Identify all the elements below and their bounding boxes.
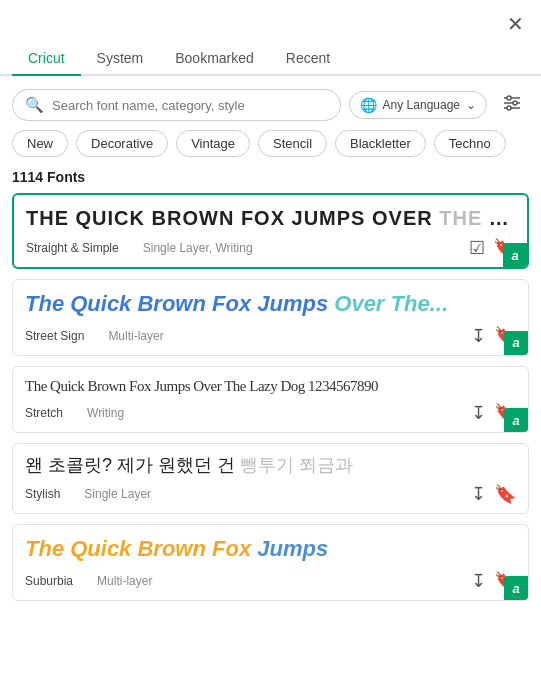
font-name-2: Street Sign <box>25 329 84 343</box>
font-preview-2: The Quick Brown Fox Jumps Over The... <box>25 290 516 319</box>
chip-new[interactable]: New <box>12 130 68 157</box>
svg-point-3 <box>513 101 517 105</box>
font-meta-2: Street Sign Multi-layer ↧ 🔖 <box>25 325 516 347</box>
svg-point-5 <box>507 106 511 110</box>
language-selector[interactable]: 🌐 Any Language ⌄ <box>349 91 487 119</box>
search-box[interactable]: 🔍 <box>12 89 341 121</box>
filter-chips: New Decorative Vintage Stencil Blacklett… <box>0 130 541 167</box>
font-name-5: Suburbia <box>25 574 73 588</box>
font-preview-5: The Quick Brown Fox Jumps <box>25 535 516 564</box>
font-meta-1: Straight & Simple Single Layer, Writing … <box>26 237 515 259</box>
font-preview-4: 왠 초콜릿? 제가 원했던 건 뺑투기 쬐금과 <box>25 454 516 477</box>
tab-bookmarked[interactable]: Bookmarked <box>159 42 270 76</box>
font-preview-1: THE QUICK BROWN FOX JUMPS OVER THE LAZY … <box>26 205 515 231</box>
search-input[interactable] <box>52 98 328 113</box>
panel-header: ✕ <box>0 0 541 38</box>
filter-button[interactable] <box>495 88 529 122</box>
download-icon-3[interactable]: ↧ <box>471 402 486 424</box>
search-icon: 🔍 <box>25 96 44 114</box>
font-list[interactable]: THE QUICK BROWN FOX JUMPS OVER THE LAZY … <box>0 193 541 623</box>
font-card-2[interactable]: The Quick Brown Fox Jumps Over The... St… <box>12 279 529 356</box>
font-actions-4: ↧ 🔖 <box>471 483 516 505</box>
close-icon: ✕ <box>507 14 524 34</box>
chip-vintage[interactable]: Vintage <box>176 130 250 157</box>
font-panel: ✕ Cricut System Bookmarked Recent 🔍 🌐 An… <box>0 0 541 623</box>
svg-point-1 <box>507 96 511 100</box>
download-icon-2[interactable]: ↧ <box>471 325 486 347</box>
font-meta-5: Suburbia Multi-layer ↧ 🔖 <box>25 570 516 592</box>
font-name-1: Straight & Simple <box>26 241 119 255</box>
font-badge-5: a <box>504 576 528 600</box>
font-preview-3: The Quick Brown Fox Jumps Over The Lazy … <box>25 377 516 397</box>
font-card-3[interactable]: The Quick Brown Fox Jumps Over The Lazy … <box>12 366 529 434</box>
font-card-4[interactable]: 왠 초콜릿? 제가 원했던 건 뺑투기 쬐금과 Stylish Single L… <box>12 443 529 514</box>
search-row: 🔍 🌐 Any Language ⌄ <box>0 76 541 130</box>
chevron-down-icon: ⌄ <box>466 98 476 112</box>
language-label: Any Language <box>383 98 460 112</box>
font-name-4: Stylish <box>25 487 60 501</box>
tab-bar: Cricut System Bookmarked Recent <box>0 42 541 76</box>
font-type-2: Multi-layer <box>108 329 163 343</box>
tab-recent[interactable]: Recent <box>270 42 346 76</box>
chip-blackletter[interactable]: Blackletter <box>335 130 426 157</box>
font-badge-1: a <box>503 243 527 267</box>
tab-cricut[interactable]: Cricut <box>12 42 81 76</box>
checkmark-icon-1[interactable]: ☑ <box>469 237 485 259</box>
chip-decorative[interactable]: Decorative <box>76 130 168 157</box>
globe-icon: 🌐 <box>360 97 377 113</box>
close-button[interactable]: ✕ <box>501 10 529 38</box>
font-type-3: Writing <box>87 406 124 420</box>
font-type-1: Single Layer, Writing <box>143 241 253 255</box>
font-type-5: Multi-layer <box>97 574 152 588</box>
tab-system[interactable]: System <box>81 42 160 76</box>
chip-stencil[interactable]: Stencil <box>258 130 327 157</box>
font-type-4: Single Layer <box>84 487 151 501</box>
font-badge-2: a <box>504 331 528 355</box>
chip-techno[interactable]: Techno <box>434 130 506 157</box>
font-name-3: Stretch <box>25 406 63 420</box>
font-badge-3: a <box>504 408 528 432</box>
font-card-1[interactable]: THE QUICK BROWN FOX JUMPS OVER THE LAZY … <box>12 193 529 269</box>
font-card-5[interactable]: The Quick Brown Fox Jumps Suburbia Multi… <box>12 524 529 601</box>
filter-icon <box>502 93 522 118</box>
font-meta-4: Stylish Single Layer ↧ 🔖 <box>25 483 516 505</box>
font-meta-3: Stretch Writing ↧ 🔖 <box>25 402 516 424</box>
download-icon-5[interactable]: ↧ <box>471 570 486 592</box>
download-icon-4[interactable]: ↧ <box>471 483 486 505</box>
bookmark-icon-4[interactable]: 🔖 <box>494 483 516 505</box>
font-count: 1114 Fonts <box>0 167 541 193</box>
